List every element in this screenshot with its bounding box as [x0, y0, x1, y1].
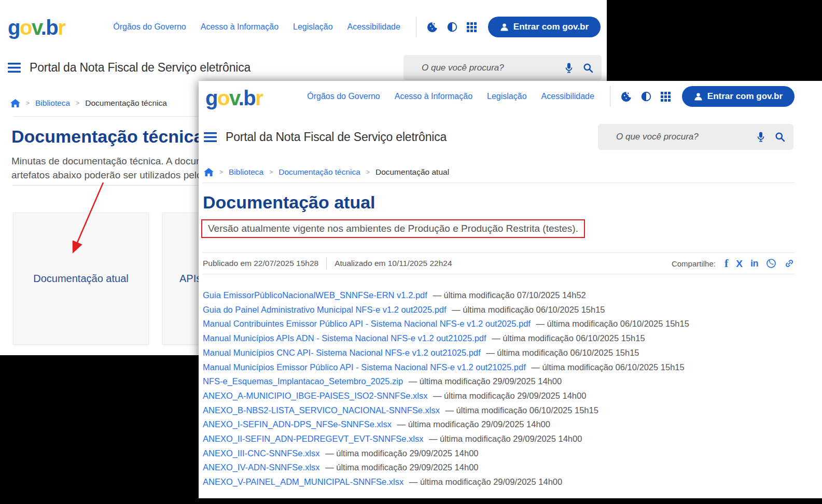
portal-title: Portal da Nota Fiscal de Serviço eletrôn… [30, 61, 250, 75]
file-last-modified: — última modificação 07/10/2025 14h52 [433, 290, 586, 300]
share-bar: Compartilhe: f X in [672, 258, 795, 269]
logo-letter: . [41, 16, 46, 39]
nav-acesso[interactable]: Acesso à Informação [201, 22, 278, 32]
file-link[interactable]: Manual Contribuintes Emissor Público API… [203, 319, 531, 328]
contrast-icon[interactable] [447, 22, 457, 32]
file-last-modified: — última modificação 29/09/2025 14h00 [409, 477, 562, 486]
breadcrumb-biblioteca[interactable]: Biblioteca [229, 167, 263, 177]
nav-acessibilidade[interactable]: Acessibilidade [541, 92, 594, 101]
nav-legislacao[interactable]: Legislação [293, 22, 333, 32]
header-right: Órgãos do Governo Acesso à Informação Le… [113, 17, 601, 37]
foreground-window: gov.br Órgãos do Governo Acesso à Inform… [199, 81, 822, 498]
file-link[interactable]: Manual Municípios CNC API- Sistema Nacio… [203, 348, 481, 357]
whatsapp-icon[interactable] [766, 258, 776, 269]
file-last-modified: — última modificação 29/09/2025 14h00 [325, 463, 478, 472]
logo-letter: o [20, 16, 32, 39]
file-last-modified: — última modificação 06/10/2025 15h15 [536, 319, 689, 328]
microphone-icon[interactable] [564, 62, 574, 74]
header-icons [621, 91, 671, 102]
breadcrumb: > Biblioteca > Documentação técnica > Do… [204, 167, 449, 177]
x-twitter-icon[interactable]: X [736, 259, 743, 269]
search-icon[interactable] [774, 131, 786, 143]
logo-letter: b [243, 87, 255, 109]
logo-letter: o [217, 87, 229, 109]
file-link[interactable]: ANEXO_I-SEFIN_ADN-DPS_NFSe-SNNFSe.xlsx [203, 419, 392, 429]
search-input[interactable] [606, 131, 747, 143]
breadcrumb-biblioteca[interactable]: Biblioteca [35, 99, 70, 108]
page-title: Documentação atual [203, 192, 375, 213]
logo-letter: v [32, 16, 41, 39]
login-button[interactable]: Entrar com gov.br [488, 17, 601, 37]
file-last-modified: — última modificação 06/10/2025 15h15 [445, 405, 598, 415]
file-last-modified: — última modificação 29/09/2025 14h00 [429, 434, 582, 443]
file-link[interactable]: ANEXO_A-MUNICIPIO_IBGE-PAISES_ISO2-SNNFS… [203, 391, 427, 400]
logo-letter: r [58, 16, 65, 39]
divider [203, 253, 795, 253]
file-link[interactable]: Guia do Painel Administrativo Municipal … [203, 305, 447, 314]
file-row: ANEXO_III-CNC-SNNFSe.xlsx — última modif… [203, 446, 689, 461]
home-icon[interactable] [10, 99, 20, 108]
file-link[interactable]: Guia EmissorPúblicoNacionalWEB_SNNFSe-ER… [203, 290, 427, 300]
nav-acesso[interactable]: Acesso à Informação [395, 92, 472, 101]
breadcrumb-doc-tecnica[interactable]: Documentação técnica [278, 167, 360, 177]
facebook-icon[interactable]: f [725, 258, 728, 269]
home-icon[interactable] [204, 168, 214, 177]
file-list: Guia EmissorPúblicoNacionalWEB_SNNFSe-ER… [203, 288, 689, 489]
portal-bar: Portal da Nota Fiscal de Serviço eletrôn… [8, 55, 602, 80]
logo-letter: b [46, 16, 58, 39]
logo-letter: g [205, 87, 217, 109]
portal-bar: Portal da Nota Fiscal de Serviço eletrôn… [204, 124, 793, 150]
govbr-logo[interactable]: gov.br [8, 17, 65, 38]
file-link[interactable]: ANEXO_IV-ADN-SNNFSe.xlsx [203, 463, 320, 472]
govbr-logo[interactable]: gov.br [205, 88, 262, 108]
linkedin-icon[interactable]: in [750, 259, 758, 268]
file-link[interactable]: Manual Municípios Emissor Público API - … [203, 362, 526, 372]
file-row: Guia do Painel Administrativo Municipal … [203, 303, 689, 317]
cookie-icon[interactable] [621, 91, 632, 102]
apps-grid-icon[interactable] [467, 22, 477, 32]
person-icon [694, 92, 703, 101]
nav-orgaos[interactable]: Órgãos do Governo [307, 92, 380, 101]
copy-link-icon[interactable] [784, 258, 795, 269]
logo-letter: r [255, 87, 262, 109]
person-icon [500, 23, 509, 32]
intro-text: Minutas de documentação técnica. A docum… [11, 154, 207, 182]
search-input[interactable] [411, 62, 555, 74]
header-right: Órgãos do Governo Acesso à Informação Le… [307, 86, 795, 107]
hamburger-menu-icon[interactable] [204, 132, 217, 142]
file-row: Manual Municípios CNC API- Sistema Nacio… [203, 346, 689, 360]
nav-acessibilidade[interactable]: Acessibilidade [347, 22, 400, 32]
login-button[interactable]: Entrar com gov.br [682, 86, 795, 107]
file-link[interactable]: Manual Municípios APIs ADN - Sistema Nac… [203, 333, 486, 343]
page-title: Documentação técnica [11, 127, 203, 147]
updated-date: Atualizado em 10/11/2025 22h24 [335, 259, 452, 268]
file-link[interactable]: ANEXO_B-NBS2-LISTA_SERVICO_NACIONAL-SNNF… [203, 405, 440, 415]
file-link[interactable]: NFS-e_Esquemas_Implantacao_Setembro_2025… [203, 376, 403, 386]
logo-letter: . [239, 87, 244, 109]
search-icon[interactable] [582, 62, 594, 74]
microphone-icon[interactable] [756, 131, 766, 143]
file-last-modified: — última modificação 29/09/2025 14h00 [409, 376, 562, 386]
divider [203, 274, 795, 274]
file-last-modified: — última modificação 29/09/2025 14h00 [325, 449, 478, 458]
nav-legislacao[interactable]: Legislação [487, 92, 527, 101]
contrast-icon[interactable] [641, 91, 651, 102]
file-link[interactable]: ANEXO_V-PAINEL_ADM_MUNICIPAL-SNNFSe.xlsx [203, 477, 403, 486]
file-row: Manual Municípios Emissor Público API - … [203, 360, 689, 375]
logo-letter: v [229, 87, 239, 109]
breadcrumb-separator: > [26, 100, 30, 107]
highlighted-note: Versão atualmente vigente nos ambientes … [201, 219, 585, 238]
card-documentacao-atual[interactable]: Documentação atual [13, 213, 149, 345]
meta-row: Publicado em 22/07/2025 15h28 Atualizado… [203, 256, 795, 271]
file-row: ANEXO_I-SEFIN_ADN-DPS_NFSe-SNNFSe.xlsx —… [203, 417, 689, 432]
file-link[interactable]: ANEXO_III-CNC-SNNFSe.xlsx [203, 449, 320, 458]
file-row: Manual Contribuintes Emissor Público API… [203, 317, 689, 331]
share-label: Compartilhe: [672, 259, 716, 268]
portal-title: Portal da Nota Fiscal de Serviço eletrôn… [226, 130, 447, 144]
file-link[interactable]: ANEXO_II-SEFIN_ADN-PEDREGEVT_EVT-SNNFSe.… [203, 434, 423, 443]
hamburger-menu-icon[interactable] [8, 63, 21, 73]
apps-grid-icon[interactable] [661, 92, 671, 102]
nav-orgaos[interactable]: Órgãos do Governo [113, 22, 186, 32]
cookie-icon[interactable] [427, 22, 438, 33]
file-last-modified: — última modificação 29/09/2025 14h00 [433, 391, 586, 400]
